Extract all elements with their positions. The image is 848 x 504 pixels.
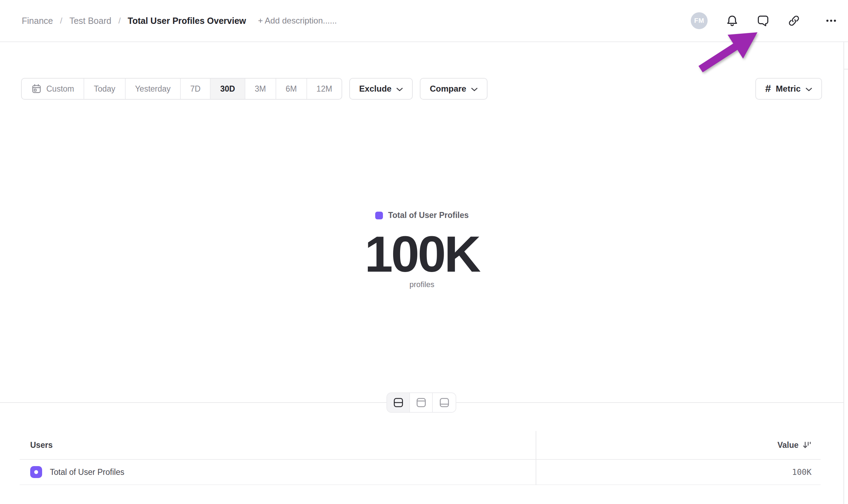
breadcrumb-separator: / [60,16,62,26]
date-range-label: Custom [46,84,74,94]
comments-icon[interactable] [757,14,769,27]
breadcrumb: Finance / Test Board / Total User Profil… [22,16,246,26]
breadcrumb-separator: / [118,16,121,26]
header-actions: FM [691,12,837,29]
date-range-label: 12M [317,84,332,94]
view-switcher [386,392,456,413]
compare-button-label: Compare [430,84,466,94]
chart-only-view-button[interactable] [410,393,433,412]
more-options-icon[interactable] [825,14,837,27]
metric-unit-label: profiles [0,280,844,289]
split-view-button[interactable] [387,393,410,412]
date-range-7d[interactable]: 7D [181,79,211,99]
legend-color-swatch[interactable] [375,212,383,219]
breadcrumb-item-test-board[interactable]: Test Board [69,16,112,26]
column-header-users: Users [20,440,53,450]
add-description-button[interactable]: + Add description...... [258,16,337,26]
date-range-today[interactable]: Today [84,79,125,99]
table-column-divider [536,431,536,485]
series-marker-icon [30,466,42,478]
date-range-label: 6M [286,84,297,94]
exclude-button[interactable]: Exclude [349,78,413,100]
column-header-value-label: Value [777,440,799,450]
date-range-custom[interactable]: Custom [22,79,84,99]
legend-label: Total of User Profiles [388,211,469,220]
chevron-down-icon [396,87,403,92]
breadcrumb-item-finance[interactable]: Finance [22,16,53,26]
chevron-down-icon [471,87,478,92]
table-row-label: Total of User Profiles [50,467,124,477]
table-row[interactable]: Total of User Profiles 100K [20,460,821,485]
filters-toolbar: Custom Today Yesterday 7D 30D 3M 6M 12M … [21,78,822,100]
date-range-3m[interactable]: 3M [245,79,276,99]
date-range-label: Yesterday [135,84,171,94]
avatar[interactable]: FM [691,12,708,29]
table-only-view-button[interactable] [433,393,456,412]
date-range-6m[interactable]: 6M [276,79,307,99]
date-range-12m[interactable]: 12M [307,79,342,99]
top-header: Finance / Test Board / Total User Profil… [0,0,848,42]
chart-only-view-icon [416,397,426,408]
hash-icon: # [765,83,771,94]
date-range-label: Today [94,84,115,94]
right-panel-divider [843,69,848,69]
metric-big-value: 100K [0,229,844,280]
sort-descending-icon [802,441,811,450]
table-only-view-icon [439,397,450,408]
date-range-label: 3M [255,84,266,94]
column-header-value[interactable]: Value [777,440,821,450]
date-range-label: 7D [190,84,200,94]
copy-link-icon[interactable] [788,14,800,27]
compare-button[interactable]: Compare [420,78,488,100]
metric-legend: Total of User Profiles [0,211,844,220]
chevron-down-icon [806,87,812,92]
metric-button-label: Metric [776,84,801,94]
date-range-segmented-control: Custom Today Yesterday 7D 30D 3M 6M 12M [21,78,342,100]
calendar-icon [31,84,42,94]
table-header-row: Users Value [20,431,821,460]
exclude-button-label: Exclude [359,84,391,94]
split-view-icon [393,397,404,408]
date-range-label: 30D [220,84,235,94]
page-title[interactable]: Total User Profiles Overview [128,16,246,26]
table-row-value: 100K [792,467,821,477]
notifications-bell-icon[interactable] [726,14,738,27]
metric-button[interactable]: # Metric [755,78,822,100]
right-panel-edge [843,42,844,504]
date-range-yesterday[interactable]: Yesterday [126,79,181,99]
date-range-30d[interactable]: 30D [211,79,245,99]
